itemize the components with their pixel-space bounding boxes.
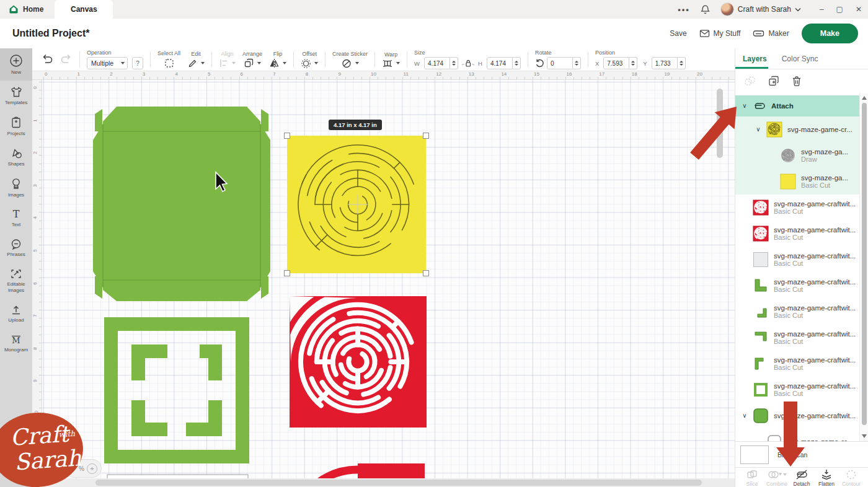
- canvas-shape-red-maze[interactable]: [283, 287, 427, 428]
- sidebar-item-text[interactable]: TText: [0, 203, 32, 233]
- layer-group-attach[interactable]: ∨Attach: [735, 95, 860, 116]
- home-button[interactable]: Home: [0, 4, 55, 14]
- sidebar-item-monogram[interactable]: MMonogram: [0, 328, 32, 358]
- zoom-control[interactable]: % +: [64, 459, 102, 478]
- detach-button[interactable]: Detach: [790, 469, 813, 487]
- operation-select[interactable]: Multiple: [87, 57, 128, 69]
- layer-operation: Basic Cut: [801, 182, 848, 189]
- layers-scrollbar[interactable]: [859, 93, 868, 441]
- make-button[interactable]: Make: [802, 24, 858, 43]
- width-field[interactable]: 4.174: [424, 57, 458, 69]
- delete-button[interactable]: [791, 75, 802, 87]
- maker-machine-icon: [753, 30, 764, 38]
- sidebar-item-images[interactable]: Images: [0, 172, 32, 203]
- save-button[interactable]: Save: [670, 29, 686, 38]
- sidebar-item-editable-images[interactable]: Editable Images: [0, 263, 32, 299]
- offset-button[interactable]: [301, 58, 318, 69]
- arrange-button[interactable]: [244, 58, 261, 68]
- position-label: Position: [595, 50, 615, 56]
- canvas-horizontal-scrollbar[interactable]: [42, 478, 735, 487]
- select-all-button[interactable]: [164, 58, 175, 69]
- my-stuff-label: My Stuff: [714, 29, 741, 38]
- layer-operation: Basic Cut: [774, 234, 856, 241]
- blank-canvas-row[interactable]: Blank Can: [735, 441, 868, 467]
- chevron-down-icon[interactable]: ∨: [742, 412, 748, 419]
- layer-row[interactable]: svg-maze-game-craftwit...Basic Cut: [735, 377, 860, 403]
- more-menu-icon[interactable]: •••: [678, 5, 690, 14]
- my-stuff-button[interactable]: My Stuff: [699, 29, 741, 38]
- x-stepper[interactable]: [629, 57, 637, 69]
- flip-button[interactable]: [269, 58, 286, 68]
- sidebar-item-new[interactable]: New: [0, 48, 32, 81]
- bell-icon[interactable]: [700, 4, 711, 15]
- layer-row[interactable]: ∨svg-maze-game-craftwit...: [735, 403, 860, 429]
- sidebar-item-shapes[interactable]: Shapes: [0, 142, 32, 172]
- layer-row[interactable]: ∨svg-maze-game-cr...: [735, 116, 860, 143]
- width-stepper[interactable]: [450, 57, 458, 69]
- zoom-in-button[interactable]: +: [87, 463, 97, 474]
- blank-canvas-swatch: [740, 445, 769, 464]
- chevron-down-icon[interactable]: ∨: [742, 102, 748, 109]
- layer-title: svg-maze-ga...: [801, 148, 848, 156]
- tab-canvas[interactable]: Canvas: [55, 0, 113, 19]
- layer-row[interactable]: svg-maze-game-craftwit...Basic Cut: [735, 351, 860, 377]
- maximize-button[interactable]: ▢: [836, 5, 843, 14]
- bubble-icon: [10, 239, 22, 250]
- envelope-icon: [699, 29, 710, 38]
- edit-button[interactable]: [187, 58, 205, 69]
- chevron-down-icon: [795, 7, 801, 12]
- layer-row[interactable]: svg-maze-game-craftwit...Basic Cut: [735, 299, 860, 325]
- close-button[interactable]: ✕: [856, 5, 862, 14]
- y-field[interactable]: 1.733: [652, 57, 686, 69]
- sidebar-item-upload[interactable]: Upload: [0, 299, 32, 328]
- account-name: Craft with Sarah: [738, 5, 791, 14]
- create-sticker-button[interactable]: [341, 58, 359, 69]
- align-icon: [219, 58, 229, 68]
- canvas-shape-green-box-template[interactable]: [93, 107, 270, 301]
- rotate-field[interactable]: 0: [547, 57, 581, 69]
- layer-row[interactable]: svg-maze-game-craftwit...Basic Cut: [735, 325, 860, 351]
- sidebar-item-projects[interactable]: Projects: [0, 111, 32, 142]
- design-canvas[interactable]: 4.17 in x 4.17 in % +: [42, 80, 735, 487]
- layer-row[interactable]: svg-maze-game-craftwit...Basic Cut: [735, 273, 860, 299]
- flatten-button[interactable]: Flatten: [815, 469, 838, 487]
- sidebar-item-phrases[interactable]: Phrases: [0, 233, 32, 263]
- x-field[interactable]: 7.593: [603, 57, 637, 69]
- layer-row[interactable]: svg-maze-game-cr...: [735, 429, 860, 441]
- account-menu[interactable]: Craft with Sarah: [720, 2, 801, 16]
- canvas-shape-green-frame[interactable]: [104, 317, 249, 463]
- operation-help-button[interactable]: ?: [132, 57, 143, 69]
- combine-button[interactable]: Combine: [765, 469, 789, 487]
- layer-row[interactable]: svg-maze-game-craftwit...Basic Cut: [735, 195, 860, 221]
- sidebar-item-templates[interactable]: Templates: [0, 81, 32, 111]
- y-stepper[interactable]: [678, 57, 686, 69]
- chevron-down-icon[interactable]: ∨: [755, 126, 761, 133]
- ungroup-button[interactable]: [744, 75, 756, 87]
- redo-button[interactable]: [60, 54, 73, 65]
- tab-color-sync[interactable]: Color Sync: [774, 48, 826, 69]
- minimize-button[interactable]: –: [820, 5, 824, 14]
- layer-row[interactable]: svg-maze-ga...Draw: [735, 143, 860, 169]
- undo-button[interactable]: [41, 54, 53, 65]
- lock-icon[interactable]: [461, 58, 475, 68]
- slice-icon: [746, 469, 758, 480]
- tab-layers[interactable]: Layers: [735, 48, 774, 69]
- layer-row[interactable]: svg-maze-game-craftwit...Basic Cut: [735, 247, 860, 273]
- rotate-stepper[interactable]: [573, 57, 581, 69]
- height-field[interactable]: 4.174: [487, 57, 521, 69]
- layer-row[interactable]: svg-maze-ga...Basic Cut: [735, 169, 860, 195]
- duplicate-button[interactable]: [768, 75, 780, 87]
- rotate-icon[interactable]: [535, 58, 545, 68]
- canvas-shape-yellow-maze[interactable]: [287, 136, 426, 273]
- tools-sidebar: NewTemplatesProjectsShapesImagesTTextPhr…: [0, 48, 32, 487]
- contour-icon: [845, 469, 857, 480]
- slice-button[interactable]: Slice: [740, 469, 764, 487]
- canvas-vertical-scrollbar[interactable]: [717, 89, 723, 158]
- align-button[interactable]: [219, 58, 236, 68]
- contour-button[interactable]: Contour: [839, 469, 863, 487]
- layer-row[interactable]: svg-maze-game-craftwit...Basic Cut: [735, 221, 860, 247]
- machine-select[interactable]: Maker: [753, 29, 789, 38]
- layer-thumbnail-frame: [753, 382, 769, 398]
- warp-button[interactable]: [382, 59, 400, 68]
- height-stepper[interactable]: [513, 57, 521, 69]
